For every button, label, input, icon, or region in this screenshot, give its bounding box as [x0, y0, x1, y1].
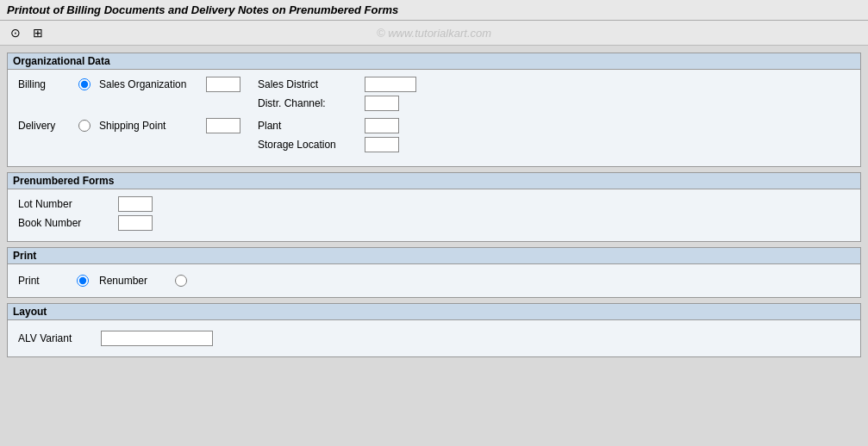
delivery-radio-cell — [78, 118, 99, 134]
distr-channel-label: Distr. Channel: — [258, 97, 361, 109]
print-header: Print — [8, 248, 860, 264]
prenumbered-body: Lot Number Book Number — [8, 189, 860, 241]
lot-number-row: Lot Number — [18, 196, 850, 212]
billing-radio[interactable] — [78, 78, 91, 90]
print-body: Print Renumber — [8, 264, 860, 297]
storage-location-label: Storage Location — [258, 139, 361, 151]
sales-district-label: Sales District — [258, 78, 361, 90]
book-number-row: Book Number — [18, 215, 850, 231]
title-bar: Printout of Billing Documents and Delive… — [0, 0, 868, 21]
distr-channel-row: Distr. Channel: — [258, 96, 416, 111]
main-content: Organizational Data Billing Sales Organi… — [0, 46, 868, 364]
plant-label: Plant — [258, 120, 361, 132]
distr-channel-input[interactable] — [365, 96, 399, 111]
billing-radio-cell — [78, 77, 99, 93]
back-icon[interactable]: ⊙ — [7, 24, 24, 41]
save-icon[interactable]: ⊞ — [29, 24, 47, 41]
organizational-header: Organizational Data — [8, 53, 860, 70]
delivery-left: Shipping Point — [99, 118, 240, 152]
prenumbered-header: Prenumbered Forms — [8, 173, 860, 189]
layout-section: Layout ALV Variant — [7, 303, 861, 357]
plant-input[interactable] — [365, 118, 399, 133]
print-row: Print Renumber — [18, 271, 850, 290]
billing-row: Billing Sales Organization — [18, 77, 850, 111]
billing-left: Sales Organization — [99, 77, 240, 111]
billing-top-row: Sales Organization Sales District Distr.… — [99, 77, 850, 111]
delivery-radio[interactable] — [78, 120, 91, 132]
billing-fields: Sales Organization Sales District Distr.… — [99, 77, 850, 111]
renumber-label: Renumber — [99, 275, 168, 287]
shipping-point-row: Shipping Point — [99, 118, 240, 133]
billing-right: Sales District Distr. Channel: — [258, 77, 416, 111]
storage-location-input[interactable] — [365, 137, 399, 152]
delivery-right: Plant Storage Location — [258, 118, 399, 152]
sales-district-input[interactable] — [365, 77, 416, 92]
lot-number-input[interactable] — [118, 196, 153, 212]
renumber-radio[interactable] — [175, 275, 187, 287]
watermark: © www.tutorialkart.com — [377, 27, 491, 40]
print-radio[interactable] — [77, 275, 89, 287]
prenumbered-section: Prenumbered Forms Lot Number Book Number — [7, 172, 861, 242]
sales-org-row: Sales Organization — [99, 77, 240, 92]
storage-location-row: Storage Location — [258, 137, 399, 152]
book-number-label: Book Number — [18, 217, 113, 229]
delivery-label: Delivery — [18, 118, 78, 132]
sales-org-label: Sales Organization — [99, 78, 203, 90]
alv-variant-row: ALV Variant — [18, 327, 850, 350]
delivery-row: Delivery Shipping Point — [18, 118, 850, 152]
page-title: Printout of Billing Documents and Delive… — [7, 3, 398, 16]
organizational-body: Billing Sales Organization — [8, 70, 860, 166]
alv-variant-input[interactable] — [101, 331, 213, 346]
delivery-fields: Shipping Point Plant Storage Location — [99, 118, 850, 152]
organizational-section: Organizational Data Billing Sales Organi… — [7, 53, 861, 167]
delivery-top-row: Shipping Point Plant Storage Location — [99, 118, 850, 152]
sales-district-row: Sales District — [258, 77, 416, 92]
toolbar: ⊙ ⊞ © www.tutorialkart.com — [0, 21, 868, 46]
plant-row: Plant — [258, 118, 399, 133]
print-section: Print Print Renumber — [7, 247, 861, 298]
layout-header: Layout — [8, 304, 860, 320]
layout-body: ALV Variant — [8, 320, 860, 356]
lot-number-label: Lot Number — [18, 198, 113, 210]
book-number-input[interactable] — [118, 215, 153, 231]
alv-variant-label: ALV Variant — [18, 332, 96, 344]
shipping-point-label: Shipping Point — [99, 120, 203, 132]
print-label: Print — [18, 275, 70, 287]
billing-label: Billing — [18, 77, 78, 90]
shipping-point-input[interactable] — [206, 118, 240, 133]
sales-org-input[interactable] — [206, 77, 240, 92]
